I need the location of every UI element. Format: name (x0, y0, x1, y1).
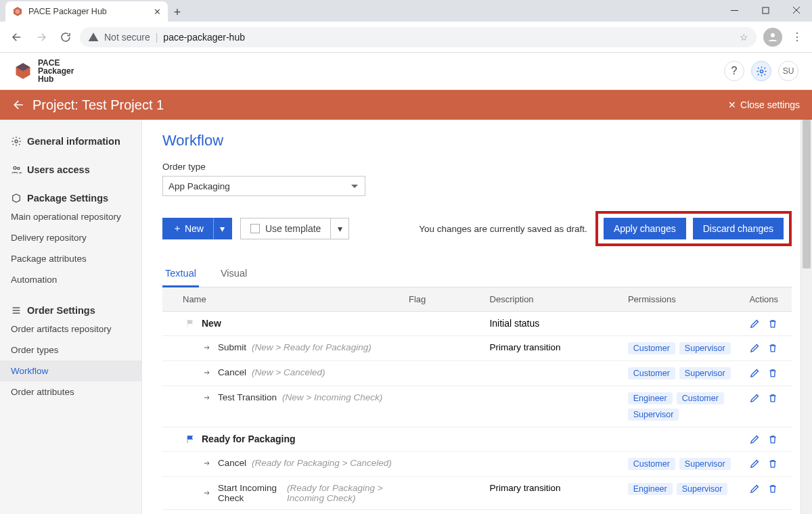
use-template-dropdown[interactable]: ▾ (330, 218, 349, 239)
back-button[interactable] (7, 27, 27, 47)
transition-path: (New > Ready for Packaging) (252, 342, 371, 352)
delete-button[interactable] (767, 434, 778, 445)
settings-button[interactable] (751, 61, 771, 81)
sidebar-item-order-artifacts[interactable]: Order artifacts repository (0, 319, 141, 340)
delete-button[interactable] (767, 392, 778, 404)
edit-button[interactable] (749, 458, 761, 469)
delete-button[interactable] (767, 458, 778, 469)
cube-icon (11, 193, 22, 204)
app-logo[interactable]: PACEPackagerHub (14, 59, 74, 83)
reload-button[interactable] (55, 27, 76, 47)
chrome-menu-button[interactable]: ⋮ (789, 30, 805, 43)
content-area: Workflow Order type App Packaging ＋ New … (142, 120, 812, 514)
sidebar-item-package-attrs[interactable]: Package attributes (0, 248, 141, 269)
sidebar-section-users[interactable]: Users access (0, 158, 141, 178)
sidebar-item-delivery-repo[interactable]: Delivery repository (0, 227, 141, 248)
edit-button[interactable] (749, 342, 761, 354)
sidebar-section-package[interactable]: Package Settings (0, 186, 141, 206)
permission-chip[interactable]: Supervisor (679, 458, 731, 470)
edit-button[interactable] (749, 392, 761, 404)
help-button[interactable]: ? (724, 61, 744, 81)
permission-chip[interactable]: Customer (677, 392, 724, 404)
delete-button[interactable] (767, 367, 778, 379)
permission-chip[interactable]: Customer (628, 342, 675, 354)
sidebar: General information Users access Package… (0, 120, 142, 514)
toolbar: ＋ New ▾ Use template ▾ You changes are c… (162, 211, 792, 246)
apply-changes-button[interactable]: Apply changes (604, 218, 686, 239)
close-window-button[interactable] (781, 0, 812, 20)
arrow-icon (202, 369, 212, 377)
permission-chip[interactable]: Engineer (628, 392, 673, 404)
tab-close-icon[interactable]: ✕ (154, 7, 161, 17)
sidebar-item-automation[interactable]: Automation (0, 269, 141, 290)
discard-changes-button[interactable]: Discard changes (693, 218, 784, 239)
order-type-select[interactable]: App Packaging (162, 176, 365, 196)
svg-point-2 (760, 70, 763, 72)
new-dropdown[interactable]: ▾ (213, 218, 232, 239)
new-tab-button[interactable]: + (168, 3, 187, 22)
sidebar-section-order[interactable]: Order Settings (0, 298, 141, 319)
tab-visual[interactable]: Visual (218, 261, 250, 287)
new-button[interactable]: ＋ New ▾ (162, 218, 232, 239)
logo-text: PACEPackagerHub (38, 59, 74, 83)
edit-button[interactable] (749, 367, 761, 379)
permission-chip[interactable]: Supervisor (628, 408, 679, 421)
table-body: New Initial status Submit (New > Ready f… (162, 312, 792, 514)
use-template-button[interactable]: Use template ▾ (240, 218, 349, 239)
transition-path: (New > Incoming Check) (282, 392, 382, 402)
sidebar-item-workflow[interactable]: Workflow (0, 360, 141, 381)
delete-button[interactable] (767, 483, 778, 494)
browser-tab[interactable]: PACE Packager Hub ✕ (5, 1, 168, 22)
edit-button[interactable] (749, 434, 761, 445)
col-perm: Permissions (628, 294, 749, 304)
transition-path: (Ready for Packaging > Canceled) (252, 458, 392, 468)
project-bar: Project: Test Project 1 ✕ Close settings (0, 90, 812, 120)
forward-button[interactable] (31, 27, 51, 47)
list-icon (11, 305, 22, 316)
edit-button[interactable] (749, 483, 761, 494)
status-name: Ready for Packaging (202, 434, 296, 444)
flag-icon (185, 434, 198, 444)
delete-button[interactable] (767, 342, 778, 354)
browser-toolbar: Not secure | pace-packager-hub ☆ ⋮ (0, 22, 812, 53)
delete-button[interactable] (767, 318, 778, 329)
minimize-button[interactable] (719, 0, 750, 20)
maximize-button[interactable] (750, 0, 781, 20)
transition-row: Test Transition (New > Incoming Check) E… (162, 386, 792, 427)
sidebar-item-main-repo[interactable]: Main operational repository (0, 206, 141, 227)
permission-chip[interactable]: Supervisor (679, 342, 731, 354)
page-title: Workflow (162, 132, 792, 149)
permission-chip[interactable]: Supervisor (679, 367, 731, 379)
plus-icon: ＋ (173, 223, 182, 235)
transition-desc: Primary transition (489, 342, 627, 352)
user-badge[interactable]: SU (778, 61, 798, 81)
col-flag: Flag (409, 294, 490, 304)
permission-chip[interactable]: Supervisor (677, 483, 728, 495)
svg-rect-0 (763, 7, 769, 14)
address-bar[interactable]: Not secure | pace-packager-hub ☆ (80, 27, 757, 47)
scrollbar-thumb[interactable] (803, 120, 811, 268)
profile-button[interactable] (763, 28, 782, 47)
browser-titlebar: PACE Packager Hub ✕ + (0, 0, 812, 22)
tab-textual[interactable]: Textual (162, 261, 199, 287)
sidebar-item-order-types[interactable]: Order types (0, 340, 141, 360)
permission-chip[interactable]: Customer (628, 367, 675, 379)
chevron-down-icon: ▾ (220, 223, 225, 234)
close-settings-button[interactable]: ✕ Close settings (728, 99, 800, 110)
sidebar-section-general[interactable]: General information (0, 129, 141, 149)
status-desc: Initial status (489, 318, 627, 329)
checkbox-icon (250, 224, 260, 233)
scrollbar[interactable] (800, 120, 812, 514)
sidebar-item-order-attrs[interactable]: Order attributes (0, 381, 141, 402)
warning-icon (88, 32, 99, 43)
svg-point-3 (15, 140, 18, 143)
transition-desc: Primary transition (489, 483, 627, 493)
edit-button[interactable] (749, 318, 761, 329)
transition-name: Test Transition (218, 392, 277, 402)
status-row: New Initial status (162, 312, 792, 336)
bookmark-icon[interactable]: ☆ (740, 32, 748, 43)
permission-chip[interactable]: Customer (628, 458, 675, 470)
back-arrow-icon[interactable] (12, 98, 26, 112)
permission-chip[interactable]: Engineer (628, 483, 673, 495)
transition-row: Cancel (Ready for Packaging > Canceled) … (162, 452, 792, 477)
